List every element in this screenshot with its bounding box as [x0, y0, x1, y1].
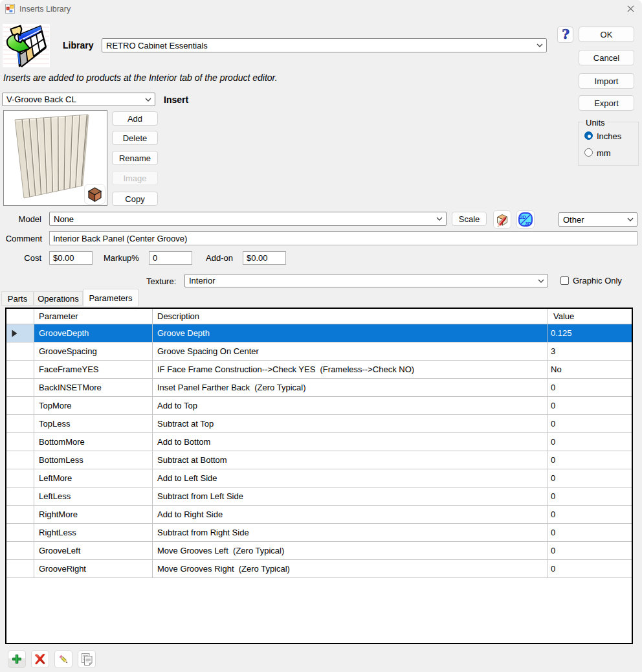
grid-cell-parameter[interactable]: BackINSETMore: [34, 379, 152, 396]
import-button[interactable]: Import: [579, 73, 634, 89]
row-selector[interactable]: [6, 361, 34, 378]
grid-cell-description[interactable]: Add to Right Side: [152, 506, 548, 523]
grid-row-GrooveDepth[interactable]: GrooveDepthGroove Depth0.125: [6, 324, 632, 342]
grid-row-GrooveRight[interactable]: GrooveRightMove Grooves Right (Zero Typi…: [6, 560, 632, 578]
grid-cell-parameter[interactable]: TopLess: [34, 415, 152, 432]
grid-row-BottomMore[interactable]: BottomMoreAdd to Bottom0: [6, 433, 632, 451]
grid-row-RightMore[interactable]: RightMoreAdd to Right Side0: [6, 506, 632, 524]
cost-input[interactable]: $0.00: [49, 251, 93, 265]
row-selector-current[interactable]: [6, 324, 34, 342]
grid-row-BottomLess[interactable]: BottomLessSubtract at Bottom0: [6, 451, 632, 469]
grid-cell-description[interactable]: Subtract at Bottom: [152, 451, 548, 469]
grid-row-GrooveSpacing[interactable]: GrooveSpacingGroove Spacing On Center3: [6, 342, 632, 361]
grid-cell-parameter[interactable]: RightLess: [34, 524, 152, 541]
grid-cell-value[interactable]: 0: [548, 542, 631, 559]
close-button[interactable]: [621, 1, 639, 16]
row-selector[interactable]: [6, 469, 34, 487]
addon-input[interactable]: $0.00: [243, 251, 286, 265]
grid-delete-button[interactable]: [31, 650, 49, 668]
grid-cell-description[interactable]: Subtract from Left Side: [152, 487, 548, 505]
grid-cell-parameter[interactable]: BottomLess: [34, 451, 152, 469]
grid-cell-value[interactable]: 0.125: [548, 324, 631, 342]
grid-cell-value[interactable]: 0: [548, 560, 631, 577]
grid-cell-description[interactable]: Add to Left Side: [152, 469, 548, 487]
row-selector[interactable]: [6, 487, 34, 505]
grid-cell-value[interactable]: 0: [548, 524, 631, 541]
model-combobox[interactable]: None: [49, 212, 447, 226]
grid-cell-parameter[interactable]: GrooveRight: [34, 560, 152, 577]
2d3d-button[interactable]: 2D 3D: [516, 210, 535, 229]
graphic-only-checkbox[interactable]: [560, 276, 569, 285]
texture-combobox[interactable]: Interior: [184, 274, 548, 287]
grid-cell-parameter[interactable]: FaceFrameYES: [34, 361, 152, 378]
grid-cell-description[interactable]: Add to Top: [152, 397, 548, 414]
row-selector[interactable]: [6, 560, 34, 577]
grid-cell-value[interactable]: 0: [548, 451, 631, 469]
grid-cell-parameter[interactable]: TopMore: [34, 397, 152, 414]
grid-cell-description[interactable]: Add to Bottom: [152, 433, 548, 451]
grid-cell-description[interactable]: Subtract from Right Side: [152, 524, 548, 541]
grid-row-GrooveLeft[interactable]: GrooveLeftMove Grooves Left (Zero Typica…: [6, 542, 632, 560]
grid-cell-value[interactable]: 0: [548, 379, 631, 396]
model-category-combobox[interactable]: Other: [559, 212, 637, 227]
grid-cell-parameter[interactable]: LeftMore: [34, 469, 152, 487]
grid-cell-description[interactable]: IF Face Frame Construction-->Check YES (…: [152, 361, 548, 378]
row-selector[interactable]: [6, 433, 34, 451]
add-button[interactable]: Add: [112, 111, 158, 126]
insert-combobox[interactable]: V-Groove Back CL: [2, 93, 155, 106]
grid-cell-value[interactable]: 0: [548, 433, 631, 451]
grid-cell-parameter[interactable]: LeftLess: [34, 487, 152, 505]
grid-cell-description[interactable]: Groove Spacing On Center: [152, 342, 548, 360]
row-selector[interactable]: [6, 415, 34, 432]
grid-cell-parameter[interactable]: RightMore: [34, 506, 152, 523]
radio-inches[interactable]: [584, 131, 593, 140]
grid-row-RightLess[interactable]: RightLessSubtract from Right Side0: [6, 524, 632, 542]
grid-cell-parameter[interactable]: GrooveDepth: [34, 324, 152, 342]
cancel-button[interactable]: Cancel: [579, 50, 634, 65]
grid-cell-parameter[interactable]: GrooveLeft: [34, 542, 152, 559]
tab-parts[interactable]: Parts: [1, 291, 34, 306]
row-selector[interactable]: [6, 506, 34, 523]
grid-cell-value[interactable]: No: [548, 361, 631, 378]
grid-cell-value[interactable]: 0: [548, 415, 631, 432]
grid-cell-value[interactable]: 0: [548, 487, 631, 505]
grid-cell-description[interactable]: Move Grooves Left (Zero Typical): [152, 542, 548, 559]
row-selector[interactable]: [6, 524, 34, 541]
cube-view-button[interactable]: [84, 184, 105, 205]
row-selector[interactable]: [6, 342, 34, 360]
export-button[interactable]: Export: [579, 95, 634, 111]
tab-parameters[interactable]: Parameters: [83, 289, 138, 306]
grid-add-button[interactable]: [8, 650, 26, 668]
grid-cell-value[interactable]: 0: [548, 469, 631, 487]
sketchup-button[interactable]: [493, 210, 511, 229]
grid-row-BackINSETMore[interactable]: BackINSETMoreInset Panel Farther Back (Z…: [6, 379, 632, 397]
row-selector[interactable]: [6, 397, 34, 414]
grid-row-TopMore[interactable]: TopMoreAdd to Top0: [6, 397, 632, 415]
markup-input[interactable]: 0: [149, 251, 192, 265]
delete-button[interactable]: Delete: [112, 131, 158, 145]
rename-button[interactable]: Rename: [112, 151, 158, 165]
grid-cell-parameter[interactable]: BottomMore: [34, 433, 152, 451]
grid-cell-value[interactable]: 0: [548, 397, 631, 414]
grid-cell-description[interactable]: Groove Depth: [152, 324, 548, 342]
tab-operations[interactable]: Operations: [34, 291, 83, 306]
grid-cell-description[interactable]: Inset Panel Farther Back (Zero Typical): [152, 379, 548, 396]
grid-cell-description[interactable]: Move Grooves Right (Zero Typical): [152, 560, 548, 577]
row-selector[interactable]: [6, 379, 34, 396]
radio-mm[interactable]: [584, 148, 593, 157]
library-combobox[interactable]: RETRO Cabinet Essentials: [102, 38, 547, 52]
grid-row-TopLess[interactable]: TopLessSubtract at Top0: [6, 415, 632, 433]
scale-button[interactable]: Scale: [452, 212, 487, 226]
comment-input[interactable]: Interior Back Panel (Center Groove): [49, 231, 637, 245]
grid-cell-value[interactable]: 3: [548, 342, 631, 360]
row-selector[interactable]: [6, 451, 34, 469]
grid-cell-description[interactable]: Subtract at Top: [152, 415, 548, 432]
grid-edit-button[interactable]: [54, 650, 72, 668]
copy-button[interactable]: Copy: [112, 192, 158, 206]
grid-row-LeftLess[interactable]: LeftLessSubtract from Left Side0: [6, 487, 632, 506]
grid-row-FaceFrameYES[interactable]: FaceFrameYESIF Face Frame Construction--…: [6, 361, 632, 379]
grid-copy-button[interactable]: [78, 650, 96, 668]
grid-cell-parameter[interactable]: GrooveSpacing: [34, 342, 152, 360]
image-button[interactable]: Image: [112, 171, 158, 185]
grid-cell-value[interactable]: 0: [548, 506, 631, 523]
